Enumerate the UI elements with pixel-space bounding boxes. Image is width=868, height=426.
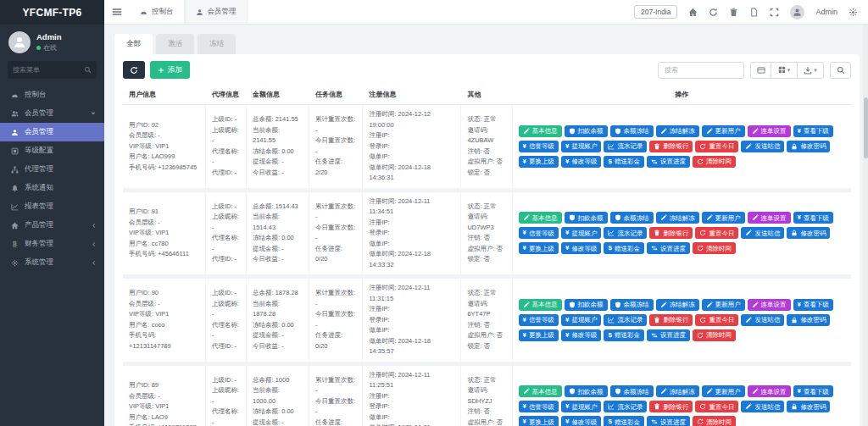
action-button[interactable]: 更新用户 bbox=[702, 385, 745, 397]
action-button[interactable]: 扣款余额 bbox=[565, 385, 608, 397]
action-button[interactable]: 扣款余额 bbox=[565, 212, 608, 224]
topbar-user-name[interactable]: Admin bbox=[815, 8, 837, 16]
action-button[interactable]: 设置进度 bbox=[647, 416, 690, 426]
action-button[interactable]: 设置进度 bbox=[647, 242, 690, 254]
action-button[interactable]: 修改密码 bbox=[787, 141, 830, 152]
refresh-button[interactable] bbox=[123, 61, 145, 79]
action-button[interactable]: ¥提现账户 bbox=[561, 227, 601, 239]
search-input[interactable] bbox=[658, 62, 744, 79]
action-button[interactable]: 修改密码 bbox=[787, 314, 830, 326]
action-button[interactable]: 冻结解冻 bbox=[656, 299, 699, 311]
scrollbar-track[interactable] bbox=[863, 25, 868, 426]
action-button[interactable]: 发送站信 bbox=[741, 401, 784, 412]
action-button[interactable]: 冻结解冻 bbox=[656, 212, 699, 224]
filter-tab[interactable]: 冻结 bbox=[198, 34, 236, 54]
sidebar-item-user[interactable]: 会员管理 bbox=[0, 123, 104, 141]
action-button[interactable]: ¥修改等级 bbox=[561, 156, 601, 168]
sidebar-item-users[interactable]: 会员管理 bbox=[0, 104, 104, 123]
action-button[interactable]: 发送站信 bbox=[741, 314, 784, 326]
action-button[interactable]: 修改密码 bbox=[787, 227, 830, 239]
action-button[interactable]: 扣款余额 bbox=[565, 125, 608, 137]
sidebar-search-input[interactable] bbox=[13, 66, 84, 74]
export-button[interactable]: ▾ bbox=[798, 62, 824, 79]
action-button[interactable]: 余额冻结 bbox=[610, 125, 654, 137]
action-button[interactable]: 连单设置 bbox=[748, 385, 791, 397]
action-button[interactable]: $赠送彩金 bbox=[604, 156, 643, 168]
action-button[interactable]: $赠送彩金 bbox=[604, 416, 643, 426]
action-button[interactable]: 余额冻结 bbox=[610, 299, 654, 311]
action-button[interactable]: ¥提现账户 bbox=[561, 401, 601, 412]
action-button[interactable]: 发送站信 bbox=[741, 141, 784, 152]
action-button[interactable]: 流水记录 bbox=[604, 314, 647, 326]
action-button[interactable]: 修改密码 bbox=[787, 401, 830, 412]
action-button[interactable]: 删除银行 bbox=[649, 401, 693, 412]
action-button[interactable]: 连单设置 bbox=[748, 212, 791, 224]
action-button[interactable]: 重置今日 bbox=[695, 227, 738, 239]
avatar[interactable] bbox=[8, 31, 31, 53]
action-button[interactable]: 基本信息 bbox=[519, 212, 562, 224]
action-button[interactable]: ¥提现账户 bbox=[561, 141, 601, 152]
action-button[interactable]: ¥修改等级 bbox=[561, 242, 601, 254]
topbar-avatar[interactable] bbox=[790, 5, 804, 19]
action-button[interactable]: 连单设置 bbox=[748, 125, 791, 137]
action-button[interactable]: $赠送彩金 bbox=[604, 329, 643, 341]
action-button[interactable]: 冻结解冻 bbox=[656, 125, 699, 137]
action-button[interactable]: ¥信誉等级 bbox=[519, 401, 559, 412]
search-button[interactable] bbox=[830, 62, 851, 79]
sidebar-item-levels[interactable]: 等级配置 bbox=[0, 141, 104, 160]
action-button[interactable]: ¥提现账户 bbox=[561, 314, 601, 326]
action-button[interactable]: 清除时间 bbox=[693, 156, 736, 168]
file-icon[interactable] bbox=[749, 8, 759, 17]
sidebar-item-bell[interactable]: 系统通知 bbox=[0, 179, 104, 197]
action-button[interactable]: ¥信誉等级 bbox=[519, 314, 559, 326]
action-button[interactable]: 删除银行 bbox=[649, 227, 693, 239]
action-button[interactable]: ¥更换上级 bbox=[519, 416, 559, 426]
sidebar-item-sitemap[interactable]: 代理管理 bbox=[0, 160, 104, 179]
action-button[interactable]: 重置今日 bbox=[695, 401, 738, 412]
action-button[interactable]: 基本信息 bbox=[519, 385, 562, 397]
action-button[interactable]: 重置今日 bbox=[695, 141, 738, 152]
action-button[interactable]: 余额冻结 bbox=[610, 385, 654, 397]
action-button[interactable]: ¥信誉等级 bbox=[519, 141, 559, 152]
action-button[interactable]: $赠送彩金 bbox=[604, 242, 643, 254]
action-button[interactable]: 发送站信 bbox=[741, 227, 784, 239]
sidebar-item-finance[interactable]: B财务管理 bbox=[0, 235, 104, 253]
action-button[interactable]: ¥更换上级 bbox=[519, 329, 559, 341]
home-icon[interactable] bbox=[688, 8, 698, 17]
topbar-tab[interactable]: 控制台 bbox=[130, 0, 185, 24]
action-button[interactable]: 更新用户 bbox=[702, 125, 745, 137]
view-toggle-button[interactable] bbox=[750, 62, 771, 79]
hamburger-icon[interactable] bbox=[104, 0, 130, 24]
action-button[interactable]: ¥更换上级 bbox=[519, 156, 559, 168]
action-button[interactable]: ¥更换上级 bbox=[519, 242, 559, 254]
sidebar-item-dashboard[interactable]: 控制台 bbox=[0, 86, 104, 104]
refresh-icon[interactable] bbox=[709, 8, 718, 17]
filter-tab[interactable]: 激活 bbox=[156, 34, 194, 54]
scrollbar-thumb[interactable] bbox=[864, 97, 868, 158]
action-button[interactable]: 流水记录 bbox=[604, 227, 647, 239]
action-button[interactable]: 基本信息 bbox=[519, 125, 562, 137]
action-button[interactable]: 设置进度 bbox=[647, 156, 690, 168]
action-button[interactable]: ¥查看下级 bbox=[793, 212, 833, 224]
columns-button[interactable]: ▾ bbox=[771, 62, 798, 79]
action-button[interactable]: 重置今日 bbox=[695, 314, 738, 326]
action-button[interactable]: 余额冻结 bbox=[610, 212, 654, 224]
action-button[interactable]: 删除银行 bbox=[649, 314, 693, 326]
expand-icon[interactable] bbox=[770, 8, 779, 17]
action-button[interactable]: ¥信誉等级 bbox=[519, 227, 559, 239]
region-select[interactable]: 207-India bbox=[634, 5, 677, 19]
action-button[interactable]: ¥查看下级 bbox=[793, 125, 833, 137]
action-button[interactable]: 清除时间 bbox=[693, 416, 736, 426]
action-button[interactable]: 连单设置 bbox=[748, 299, 791, 311]
action-button[interactable]: 流水记录 bbox=[604, 141, 647, 152]
action-button[interactable]: 流水记录 bbox=[604, 401, 647, 412]
filter-tab[interactable]: 全部 bbox=[114, 34, 153, 54]
action-button[interactable]: ¥查看下级 bbox=[793, 385, 833, 397]
action-button[interactable]: 更新用户 bbox=[702, 212, 745, 224]
action-button[interactable]: 删除银行 bbox=[649, 141, 693, 152]
add-button[interactable]: 添加 bbox=[150, 61, 190, 79]
sidebar-item-chart[interactable]: 报表管理 bbox=[0, 197, 104, 216]
action-button[interactable]: ¥修改等级 bbox=[561, 329, 601, 341]
action-button[interactable]: 清除时间 bbox=[693, 242, 736, 254]
sidebar-item-home[interactable]: 产品管理 bbox=[0, 216, 104, 235]
